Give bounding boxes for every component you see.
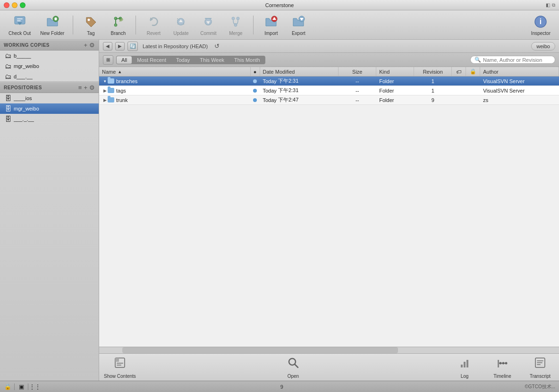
current-path-pill[interactable]: weibo: [531, 42, 555, 51]
revert-button[interactable]: Revert: [141, 12, 166, 38]
commit-icon: [201, 14, 216, 29]
transcript-button[interactable]: Transcript: [526, 356, 554, 379]
branch-button[interactable]: Branch: [105, 12, 131, 38]
repo-list-button[interactable]: ≡: [78, 85, 82, 91]
filter-tab-today[interactable]: Today: [171, 56, 195, 64]
new-folder-icon: [45, 14, 60, 29]
expand-arrow[interactable]: ▶: [102, 98, 108, 102]
col-header-date[interactable]: Date Modified: [260, 67, 339, 76]
col-header-kind[interactable]: Kind: [376, 67, 414, 76]
wc-add-button[interactable]: +: [84, 42, 87, 48]
expand-arrow[interactable]: ▾: [102, 79, 108, 84]
timeline-label: Timeline: [493, 374, 511, 379]
inspector-button[interactable]: i Inspector: [527, 12, 554, 38]
close-button[interactable]: [4, 2, 9, 8]
filter-tab-all[interactable]: All: [117, 56, 132, 64]
transcript-label: Transcript: [530, 374, 551, 379]
horizontal-scrollbar[interactable]: [99, 347, 559, 353]
toolbar-sep-3: [253, 16, 254, 34]
cell-date-trunk: Today 下午2:47: [260, 95, 339, 104]
svg-rect-32: [461, 365, 463, 367]
table-row[interactable]: ▶ trunk Today 下午2:47 -- Folder 9 zs: [99, 95, 559, 105]
commit-button[interactable]: Commit: [195, 12, 221, 38]
update-button[interactable]: Update: [168, 12, 194, 38]
svg-rect-43: [537, 364, 541, 365]
open-button[interactable]: Open: [279, 356, 307, 379]
statusbar: 🔒 ▣ ⋮⋮ 9 ©GTCO技术...: [0, 381, 559, 392]
window-controls[interactable]: [4, 2, 25, 8]
status-grip-button[interactable]: ⋮⋮: [31, 383, 39, 391]
working-copies-header: WORKING COPIES + ⚙: [0, 40, 99, 51]
cell-tag-tags: [452, 86, 466, 95]
revision-label: Latest in Repository (HEAD): [141, 43, 210, 49]
log-button[interactable]: Log: [450, 356, 479, 379]
table-row[interactable]: ▶ tags Today 下午2:31 -- Folder 1 VisualSV…: [99, 86, 559, 95]
col-header-revision[interactable]: Revision: [414, 67, 452, 76]
status-divider: [14, 383, 15, 390]
fullscreen-button[interactable]: [20, 2, 25, 8]
repo-add-button[interactable]: +: [84, 85, 87, 91]
working-copies-title: WORKING COPIES: [4, 43, 50, 48]
svg-point-39: [505, 362, 508, 364]
inspector-icon: i: [533, 14, 548, 29]
filter-view-button[interactable]: ⊞: [103, 55, 113, 65]
filter-tab-most-recent[interactable]: Most Recent: [132, 56, 171, 64]
sidebar-item-wc2[interactable]: 🗂 mgr_weibo: [0, 61, 99, 71]
col-header-author[interactable]: Author: [480, 67, 559, 76]
sidebar-item-wc3[interactable]: 🗂 d___.__: [0, 71, 99, 82]
svg-rect-42: [537, 362, 542, 363]
revision-icon-button[interactable]: 🔄: [127, 42, 138, 51]
wc3-label: d___.__: [14, 74, 33, 79]
expand-arrow[interactable]: ▶: [102, 88, 108, 93]
bottom-toolbar: Show Contents Open: [99, 353, 559, 381]
import-button[interactable]: Import: [258, 12, 284, 38]
col-header-name[interactable]: Name ▲: [99, 67, 251, 76]
sidebar-item-repo2[interactable]: 🗄 mgr_weibo: [0, 103, 99, 114]
status-watermark: ©GTCO技术...: [525, 383, 555, 390]
toolbar-sep-2: [136, 16, 136, 34]
back-button[interactable]: ◀: [103, 42, 112, 51]
col-header-tag[interactable]: 🏷: [452, 67, 466, 76]
col-header-lock[interactable]: 🔒: [466, 67, 480, 76]
sidebar-item-repo3[interactable]: 🗄 ___._.__: [0, 114, 99, 124]
dot-indicator: [253, 79, 257, 83]
forward-button[interactable]: ▶: [115, 42, 125, 51]
svg-rect-29: [117, 365, 121, 366]
show-contents-button[interactable]: Show Contents: [104, 356, 136, 379]
merge-button[interactable]: Merge: [223, 12, 248, 38]
search-box[interactable]: 🔍: [470, 56, 555, 64]
search-input[interactable]: [483, 57, 551, 63]
sidebar-item-repo1[interactable]: 🗄 ____ios: [0, 93, 99, 103]
svg-text:i: i: [540, 17, 542, 26]
status-panel-button[interactable]: ▣: [17, 383, 25, 391]
filter-tab-this-month[interactable]: This Month: [229, 56, 264, 64]
svg-rect-33: [464, 362, 466, 367]
window-title: Cornerstone: [265, 2, 294, 8]
sidebar-item-wc1[interactable]: 🗂 b_____: [0, 51, 99, 61]
filter-tab-this-week[interactable]: This Week: [195, 56, 229, 64]
wc3-icon: 🗂: [5, 73, 11, 80]
repo1-icon: 🗄: [5, 94, 11, 102]
svg-line-31: [295, 364, 298, 367]
folder-icon: [108, 88, 114, 93]
status-icon-left[interactable]: 🔒: [4, 383, 11, 391]
repo-actions[interactable]: ≡ + ⚙: [78, 85, 95, 91]
inspector-label: Inspector: [531, 31, 551, 36]
col-header-size[interactable]: Size: [339, 67, 376, 76]
repo-gear-button[interactable]: ⚙: [89, 85, 95, 91]
table-row[interactable]: ▾ branches Today 下午2:31 -- Folder 1 Visu…: [99, 77, 559, 86]
refresh-button[interactable]: ↺: [212, 42, 221, 51]
timeline-button[interactable]: Timeline: [488, 356, 517, 379]
working-copies-actions[interactable]: + ⚙: [84, 42, 95, 48]
wc-gear-button[interactable]: ⚙: [89, 42, 95, 48]
svg-rect-34: [466, 360, 468, 367]
tag-button[interactable]: Tag: [78, 12, 103, 38]
new-folder-button[interactable]: New Folder: [36, 12, 68, 38]
export-button[interactable]: Export: [286, 12, 311, 38]
col-header-dot[interactable]: ●: [251, 67, 260, 76]
minimize-button[interactable]: [12, 2, 17, 8]
checkout-button[interactable]: Check Out: [5, 12, 34, 38]
update-label: Update: [173, 31, 188, 36]
log-label: Log: [461, 374, 469, 379]
cell-date-tags: Today 下午2:31: [260, 86, 339, 95]
